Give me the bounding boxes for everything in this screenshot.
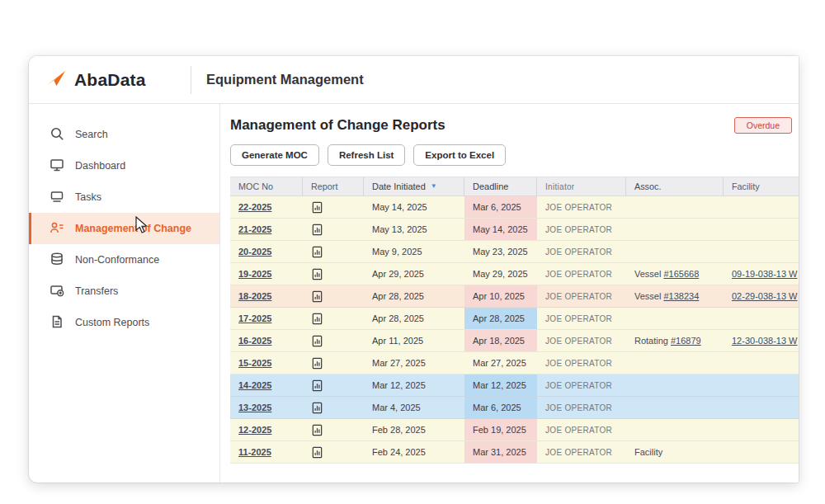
initiator-cell: JOE OPERATOR	[537, 330, 626, 351]
assoc-cell: Vessel #165668	[626, 263, 724, 285]
assoc-cell	[626, 419, 724, 440]
deadline-cell: Feb 19, 2025	[464, 419, 537, 440]
facility-link[interactable]: 12-30-038-13 W	[732, 336, 798, 346]
moc-number-link[interactable]: 17-2025	[238, 313, 271, 323]
sidebar-item-tasks[interactable]: Tasks	[29, 181, 219, 213]
col-initiator[interactable]: Initiator	[537, 177, 626, 195]
app-window: AbaData Equipment Management Search Dash…	[29, 56, 799, 483]
facility-cell	[724, 196, 799, 218]
deadline-cell: Apr 18, 2025	[464, 330, 537, 351]
facility-link[interactable]: 02-29-038-13 W	[732, 291, 798, 301]
moc-number-link[interactable]: 14-2025	[238, 380, 271, 390]
report-icon[interactable]	[311, 290, 323, 303]
facility-cell: 02-29-038-13 W	[724, 285, 799, 307]
facility-cell	[724, 308, 799, 329]
sidebar-item-non-conformance[interactable]: Non-Conformance	[29, 244, 219, 276]
moc-number-link[interactable]: 20-2025	[238, 247, 271, 257]
report-icon[interactable]	[311, 446, 323, 459]
deadline-cell: Mar 6, 2025	[464, 397, 537, 418]
initiator-cell: JOE OPERATOR	[537, 219, 626, 240]
deadline-cell: Mar 31, 2025	[464, 441, 537, 463]
brand-logo[interactable]: AbaData	[45, 68, 191, 92]
assoc-cell	[626, 374, 724, 396]
search-icon	[50, 126, 64, 144]
sort-desc-icon[interactable]: ▼	[431, 183, 437, 190]
date-initiated-cell: May 9, 2025	[364, 241, 464, 262]
date-initiated-cell: May 14, 2025	[364, 196, 464, 218]
date-initiated-cell: Apr 28, 2025	[364, 285, 464, 307]
sidebar-item-transfers[interactable]: Transfers	[29, 276, 219, 307]
moc-number-link[interactable]: 12-2025	[238, 425, 271, 435]
table-row[interactable]: 22-2025 May 14, 2025 Mar 6, 2025 JOE OPE…	[230, 196, 799, 219]
facility-link[interactable]: 09-19-038-13 W	[732, 269, 798, 279]
table-row[interactable]: 11-2025 Feb 24, 2025 Mar 31, 2025 JOE OP…	[230, 441, 799, 464]
sidebar-item-dashboard[interactable]: Dashboard	[29, 150, 219, 181]
table-row[interactable]: 19-2025 Apr 29, 2025 May 29, 2025 JOE OP…	[230, 263, 799, 285]
overdue-filter-badge[interactable]: Overdue	[734, 117, 792, 134]
moc-number-link[interactable]: 15-2025	[238, 358, 271, 368]
report-icon[interactable]	[311, 357, 323, 370]
table-row[interactable]: 16-2025 Apr 11, 2025 Apr 18, 2025 JOE OP…	[230, 330, 799, 352]
col-date-initiated[interactable]: Date Initiated ▼	[364, 177, 464, 195]
database-icon	[50, 252, 64, 269]
date-initiated-cell: Mar 4, 2025	[364, 397, 464, 418]
report-icon[interactable]	[311, 268, 323, 280]
refresh-list-button[interactable]: Refresh List	[328, 144, 405, 166]
table-row[interactable]: 14-2025 Mar 12, 2025 Mar 12, 2025 JOE OP…	[230, 374, 799, 397]
table-row[interactable]: 18-2025 Apr 28, 2025 Apr 10, 2025 JOE OP…	[230, 285, 799, 308]
col-report[interactable]: Report	[303, 177, 364, 195]
toolbar: Generate MOC Refresh List Export to Exce…	[230, 144, 799, 166]
table-row[interactable]: 20-2025 May 9, 2025 May 23, 2025 JOE OPE…	[230, 241, 799, 263]
report-icon[interactable]	[311, 201, 323, 214]
export-to-excel-button[interactable]: Export to Excel	[413, 144, 506, 166]
initiator-cell: JOE OPERATOR	[537, 441, 626, 463]
facility-cell	[724, 419, 799, 440]
moc-number-link[interactable]: 18-2025	[238, 291, 271, 301]
moc-number-link[interactable]: 13-2025	[238, 403, 271, 412]
moc-number-link[interactable]: 19-2025	[238, 269, 271, 279]
col-facility[interactable]: Facility	[724, 177, 799, 195]
moc-number-link[interactable]: 21-2025	[238, 224, 271, 234]
facility-cell	[724, 219, 799, 240]
col-deadline[interactable]: Deadline	[464, 177, 537, 195]
sidebar-item-management-of-change[interactable]: Management of Change	[29, 213, 219, 244]
report-icon[interactable]	[311, 246, 323, 258]
assoc-link[interactable]: #165668	[663, 269, 699, 279]
moc-number-link[interactable]: 16-2025	[238, 336, 271, 346]
initiator-cell: JOE OPERATOR	[537, 352, 626, 374]
moc-number-link[interactable]: 22-2025	[238, 202, 271, 212]
initiator-cell: JOE OPERATOR	[537, 241, 626, 262]
initiator-cell: JOE OPERATOR	[537, 397, 626, 418]
table-row[interactable]: 15-2025 Mar 27, 2025 Mar 27, 2025 JOE OP…	[230, 352, 799, 374]
sidebar-item-label: Management of Change	[75, 223, 191, 234]
facility-cell	[724, 241, 799, 262]
table-row[interactable]: 12-2025 Feb 28, 2025 Feb 19, 2025 JOE OP…	[230, 419, 799, 441]
generate-moc-button[interactable]: Generate MOC	[230, 144, 319, 166]
assoc-text: Vessel	[634, 269, 661, 279]
initiator-cell: JOE OPERATOR	[537, 196, 626, 218]
report-icon[interactable]	[311, 424, 323, 436]
report-icon[interactable]	[311, 402, 323, 414]
assoc-cell: Rotating #16879	[626, 330, 724, 351]
report-icon[interactable]	[311, 313, 323, 325]
report-icon[interactable]	[311, 224, 323, 236]
assoc-link[interactable]: #16879	[671, 336, 701, 346]
table-row[interactable]: 17-2025 Apr 28, 2025 Apr 28, 2025 JOE OP…	[230, 308, 799, 330]
document-icon	[50, 314, 64, 332]
table-row[interactable]: 21-2025 May 13, 2025 May 14, 2025 JOE OP…	[230, 219, 799, 241]
moc-number-link[interactable]: 11-2025	[238, 447, 271, 457]
assoc-link[interactable]: #138234	[663, 291, 699, 301]
assoc-cell	[626, 196, 724, 218]
sidebar-item-search[interactable]: Search	[29, 119, 219, 150]
assoc-cell: Vessel #138234	[626, 285, 724, 307]
deadline-cell: Apr 10, 2025	[464, 285, 537, 307]
report-icon[interactable]	[311, 379, 323, 392]
facility-cell	[724, 397, 799, 418]
report-icon[interactable]	[311, 335, 323, 347]
col-assoc[interactable]: Assoc.	[626, 177, 724, 195]
sidebar-item-label: Tasks	[75, 191, 101, 203]
assoc-text: Facility	[634, 447, 662, 457]
table-row[interactable]: 13-2025 Mar 4, 2025 Mar 6, 2025 JOE OPER…	[230, 397, 799, 419]
sidebar-item-custom-reports[interactable]: Custom Reports	[29, 307, 219, 338]
col-moc-no[interactable]: MOC No	[230, 177, 303, 195]
